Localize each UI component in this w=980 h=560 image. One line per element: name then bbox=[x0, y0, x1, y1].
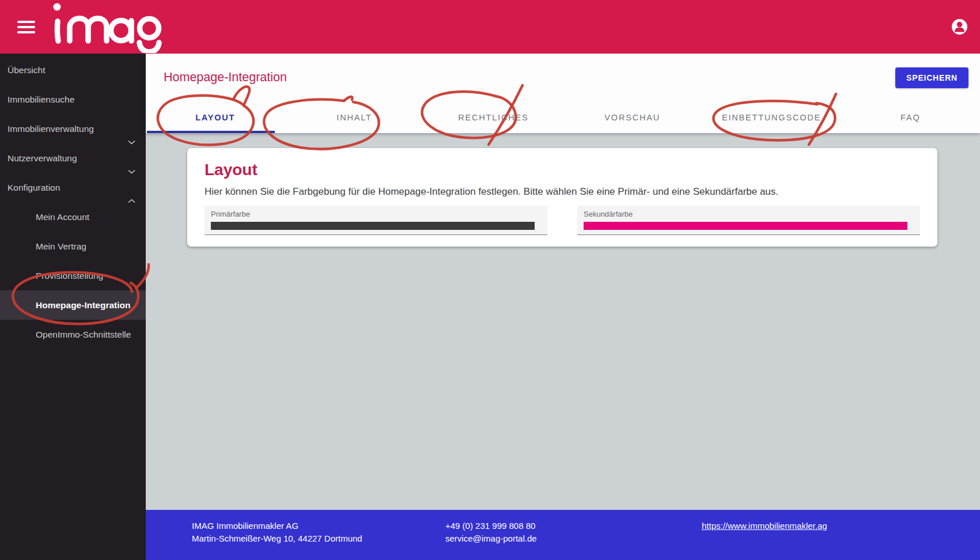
app-footer: IMAG Immobilienmakler AG Martin-Schmeiße… bbox=[146, 510, 980, 560]
secondary-color-swatch[interactable] bbox=[584, 222, 907, 230]
tab-vorschau[interactable]: VORSCHAU bbox=[563, 96, 702, 133]
sidebar-item-label: OpenImmo-Schnittstelle bbox=[36, 330, 131, 339]
sidebar-item-label: Immobilienverwaltung bbox=[7, 124, 94, 134]
sidebar-item-label: Immobiliensuche bbox=[7, 94, 74, 104]
tab-label: VORSCHAU bbox=[604, 113, 660, 122]
sidebar-item-konfiguration[interactable]: Konfiguration bbox=[0, 173, 146, 202]
sidebar-item-label: Nutzerverwaltung bbox=[7, 153, 77, 163]
save-button[interactable]: SPEICHERN bbox=[895, 67, 968, 88]
menu-icon[interactable] bbox=[17, 18, 35, 36]
sidebar-item-label: Homepage-Integration bbox=[36, 300, 130, 310]
footer-website-link[interactable]: https://www.immobilienmakler.ag bbox=[702, 521, 827, 531]
page-title: Homepage-Integration bbox=[164, 70, 287, 85]
sidebar-item-homepage-integration[interactable]: Homepage-Integration bbox=[0, 290, 146, 320]
sidebar-item-label: Mein Vertrag bbox=[36, 241, 86, 251]
panel-description: Hier können Sie die Farbgebung für die H… bbox=[205, 186, 920, 198]
tab-bar: LAYOUT INHALT RECHTLICHES VORSCHAU EINBE… bbox=[146, 96, 980, 133]
tab-einbettungscode[interactable]: EINBETTUNGSCODE bbox=[702, 96, 841, 133]
primary-color-label: Primärfarbe bbox=[211, 210, 541, 218]
tab-rechtliches[interactable]: RECHTLICHES bbox=[424, 96, 563, 133]
primary-color-swatch[interactable] bbox=[211, 222, 535, 230]
tab-label: EINBETTUNGSCODE bbox=[722, 113, 821, 122]
layout-panel: Layout Hier können Sie die Farbgebung fü… bbox=[187, 148, 937, 247]
tab-label: FAQ bbox=[900, 113, 920, 122]
tab-label: RECHTLICHES bbox=[458, 113, 528, 122]
tab-faq[interactable]: FAQ bbox=[841, 96, 980, 133]
main-area: Homepage-Integration SPEICHERN LAYOUT IN… bbox=[146, 54, 980, 560]
app-header bbox=[0, 0, 980, 54]
primary-color-field[interactable]: Primärfarbe bbox=[205, 206, 547, 235]
tab-content: Layout Hier können Sie die Farbgebung fü… bbox=[146, 133, 980, 510]
footer-address: Martin-Schmeißer-Weg 10, 44227 Dortmund bbox=[192, 532, 445, 545]
imag-logo[interactable] bbox=[50, 1, 165, 53]
sidebar-item-mein-vertrag[interactable]: Mein Vertrag bbox=[0, 232, 146, 261]
sidebar-item-immobiliensuche[interactable]: Immobiliensuche bbox=[0, 85, 146, 114]
footer-phone: +49 (0) 231 999 808 80 bbox=[445, 520, 702, 532]
tab-label: INHALT bbox=[336, 113, 372, 122]
tab-inhalt[interactable]: INHALT bbox=[285, 96, 423, 133]
sidebar-item-label: Provisionsteilung bbox=[36, 271, 103, 281]
sidebar-item-immobilienverwaltung[interactable]: Immobilienverwaltung bbox=[0, 114, 146, 143]
sidebar-nav: Übersicht Immobiliensuche Immobilienverw… bbox=[0, 54, 146, 560]
active-tab-indicator bbox=[147, 131, 275, 133]
sidebar-item-mein-account[interactable]: Mein Account bbox=[0, 202, 146, 232]
imag-logo-icon bbox=[50, 1, 165, 53]
footer-company: IMAG Immobilienmakler AG bbox=[192, 520, 445, 532]
tab-layout[interactable]: LAYOUT bbox=[146, 96, 285, 133]
tab-label: LAYOUT bbox=[195, 113, 235, 122]
sidebar-submenu-konfiguration: Mein Account Mein Vertrag Provisionsteil… bbox=[0, 202, 146, 349]
sidebar-item-openimmo-schnittstelle[interactable]: OpenImmo-Schnittstelle bbox=[0, 320, 146, 349]
account-avatar-icon[interactable] bbox=[952, 19, 967, 35]
panel-heading: Layout bbox=[205, 161, 920, 179]
sidebar-item-uebersicht[interactable]: Übersicht bbox=[0, 55, 146, 85]
page-header-block: Homepage-Integration SPEICHERN LAYOUT IN… bbox=[146, 54, 980, 133]
sidebar-item-label: Übersicht bbox=[7, 65, 45, 75]
secondary-color-field[interactable]: Sekundärfarbe bbox=[577, 206, 920, 235]
sidebar-item-provisionsteilung[interactable]: Provisionsteilung bbox=[0, 261, 146, 290]
sidebar-item-label: Konfiguration bbox=[7, 183, 60, 192]
sidebar-item-nutzerverwaltung[interactable]: Nutzerverwaltung bbox=[0, 143, 146, 173]
sidebar-item-label: Mein Account bbox=[36, 212, 89, 222]
footer-email: service@imag-portal.de bbox=[445, 532, 702, 545]
secondary-color-label: Sekundärfarbe bbox=[584, 210, 914, 218]
